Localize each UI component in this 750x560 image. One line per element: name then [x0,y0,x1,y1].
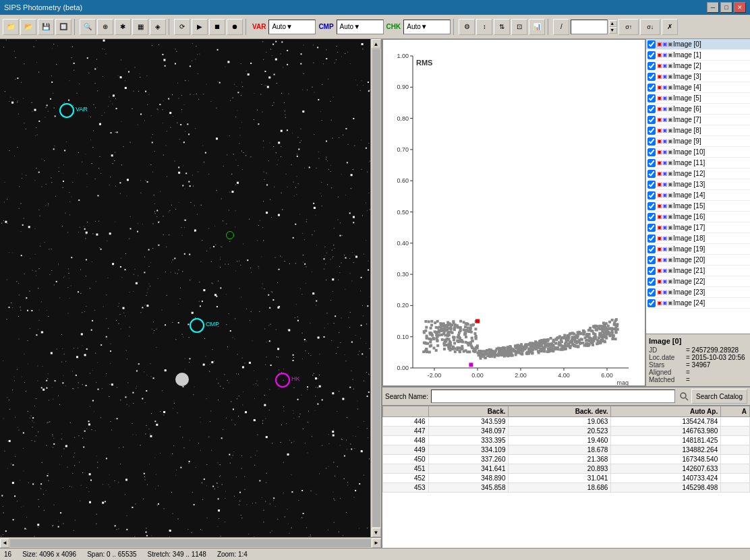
image-list-item[interactable]: ▣ ▣ ▣ Image [17] [646,222,750,233]
image-list-item[interactable]: ▣ ▣ ▣ Image [24] [646,298,750,309]
img-checkbox[interactable] [647,213,656,221]
image-list-item[interactable]: ▣ ▣ ▣ Image [6] [646,104,750,115]
img-checkbox[interactable] [647,105,656,113]
table-row[interactable]: 450 337.260 21.368 167348.540 [383,455,750,464]
tb-btn16[interactable]: ⇅ [494,19,510,35]
hscroll-right[interactable]: ► [372,538,381,548]
sigma-up-button[interactable]: σ↑ [618,19,639,35]
img-checkbox[interactable] [647,94,656,102]
img-checkbox[interactable] [647,148,656,156]
img-checkbox[interactable] [647,73,656,81]
img-checkbox[interactable] [647,170,656,178]
img-checkbox[interactable] [647,62,656,70]
image-list-item[interactable]: ▣ ▣ ▣ Image [18] [646,233,750,244]
img-checkbox[interactable] [647,245,656,253]
image-list-item[interactable]: ▣ ▣ ▣ Image [1] [646,50,750,61]
image-hscroll[interactable]: ◄ ► [0,537,381,548]
img-checkbox[interactable] [647,159,656,167]
img-checkbox[interactable] [647,288,656,297]
spin-up[interactable]: ▲ [609,20,617,27]
tb-btn8[interactable]: ▦ [132,19,148,35]
tb-btn20[interactable]: ✗ [662,19,678,35]
tb-btn9[interactable]: ◈ [150,19,166,35]
tb-open-button[interactable]: 📂 [20,19,36,35]
image-list-item[interactable]: ▣ ▣ ▣ Image [12] [646,168,750,179]
data-table[interactable]: Back. Back. dev. Auto Ap. A 446 343.599 … [382,406,750,548]
img-checkbox[interactable] [647,278,656,286]
vscroll-up[interactable]: ▲ [372,39,381,49]
image-list-item[interactable]: ▣ ▣ ▣ Image [9] [646,136,750,147]
table-row[interactable]: 447 348.097 20.523 146763.980 [383,427,750,436]
image-vscroll[interactable]: ▲ ▼ [370,39,381,537]
sigma-down-button[interactable]: σ↓ [640,19,660,35]
var-dropdown[interactable]: Auto▼ [268,20,316,34]
table-row[interactable]: 452 348.890 31.041 140733.424 [383,474,750,483]
vscroll-thumb[interactable] [372,49,380,527]
table-row[interactable]: 453 345.858 18.686 145298.498 [383,483,750,493]
tb-btn18[interactable]: 📊 [529,19,545,35]
tb-btn7[interactable]: ✱ [115,19,131,35]
cmp-dropdown[interactable]: Auto▼ [337,20,384,34]
image-list-item[interactable]: ▣ ▣ ▣ Image [10] [646,147,750,158]
num-spinner[interactable]: ▲ ▼ [609,20,617,34]
image-list-item[interactable]: ▣ ▣ ▣ Image [21] [646,266,750,276]
tb-btn17[interactable]: ⊡ [511,19,527,35]
tb-btn10[interactable]: ⟳ [174,19,190,35]
search-name-input[interactable] [431,390,675,403]
image-list-item[interactable]: ▣ ▣ ▣ Image [0] [646,39,750,50]
img-checkbox[interactable] [647,51,656,59]
minimize-button[interactable]: ─ [707,2,719,13]
tb-btn19[interactable]: / [553,19,569,35]
img-checkbox[interactable] [647,224,656,232]
maximize-button[interactable]: □ [720,2,732,13]
img-checkbox[interactable] [647,202,656,210]
table-row[interactable]: 449 334.109 18.678 134882.264 [383,445,750,455]
num-input[interactable]: 20000 [571,20,608,34]
table-row[interactable]: 451 341.641 20.893 142607.633 [383,464,750,474]
tb-btn5[interactable]: 🔍 [80,19,96,35]
tb-btn6[interactable]: ⊕ [97,19,113,35]
image-list-item[interactable]: ▣ ▣ ▣ Image [22] [646,276,750,287]
img-checkbox[interactable] [647,256,656,264]
tb-btn11[interactable]: ▶ [192,19,208,35]
table-row[interactable]: 448 333.395 19.460 148181.425 [383,436,750,445]
image-list-item[interactable]: ▣ ▣ ▣ Image [8] [646,125,750,136]
img-checkbox[interactable] [647,40,656,49]
image-list-item[interactable]: ▣ ▣ ▣ Image [5] [646,93,750,104]
tb-btn4[interactable]: 🔲 [55,19,71,35]
img-checkbox[interactable] [647,84,656,92]
search-catalog-button[interactable]: Search Catalog [691,389,747,404]
image-canvas[interactable]: VAR CMP HK ▲ ▼ [0,39,381,537]
image-list-item[interactable]: ▣ ▣ ▣ Image [23] [646,287,750,298]
img-checkbox[interactable] [647,299,656,307]
image-list-item[interactable]: ▣ ▣ ▣ Image [16] [646,212,750,222]
spin-down[interactable]: ▼ [609,27,617,34]
close-button[interactable]: ✕ [734,2,746,13]
image-list-item[interactable]: ▣ ▣ ▣ Image [3] [646,71,750,82]
vscroll-down[interactable]: ▼ [372,528,381,537]
image-list-item[interactable]: ▣ ▣ ▣ Image [7] [646,115,750,125]
image-list-item[interactable]: ▣ ▣ ▣ Image [15] [646,201,750,212]
hscroll-thumb[interactable] [10,539,371,547]
tb-btn15[interactable]: ↕ [476,19,492,35]
tb-btn13[interactable]: ⏺ [227,19,243,35]
img-checkbox[interactable] [647,235,656,243]
image-list-item[interactable]: ▣ ▣ ▣ Image [13] [646,179,750,190]
img-checkbox[interactable] [647,127,656,135]
image-list-item[interactable]: ▣ ▣ ▣ Image [20] [646,255,750,266]
image-list-item[interactable]: ▣ ▣ ▣ Image [19] [646,244,750,255]
image-list-item[interactable]: ▣ ▣ ▣ Image [11] [646,158,750,168]
image-list-item[interactable]: ▣ ▣ ▣ Image [2] [646,61,750,71]
img-checkbox[interactable] [647,181,656,189]
img-checkbox[interactable] [647,191,656,199]
img-checkbox[interactable] [647,137,656,146]
image-list-item[interactable]: ▣ ▣ ▣ Image [14] [646,190,750,201]
table-row[interactable]: 446 343.599 19.063 135424.784 [383,417,750,427]
hscroll-left[interactable]: ◄ [0,538,9,548]
chk-dropdown[interactable]: Auto▼ [403,20,451,34]
tb-btn14[interactable]: ⚙ [459,19,475,35]
tb-save-button[interactable]: 💾 [38,19,54,35]
img-checkbox[interactable] [647,116,656,124]
tb-btn12[interactable]: ⏹ [209,19,225,35]
img-checkbox[interactable] [647,267,656,275]
